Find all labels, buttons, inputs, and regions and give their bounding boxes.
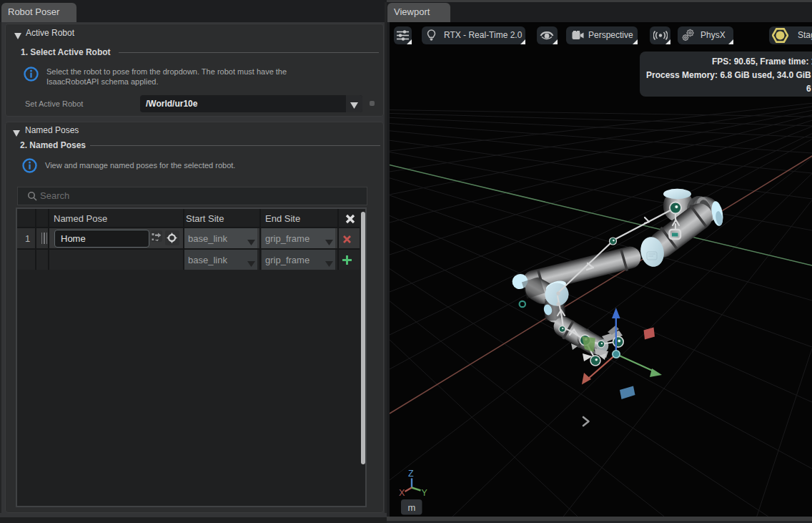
svg-text:X: X <box>399 488 405 498</box>
svg-text:m: m <box>408 502 416 513</box>
svg-text:Y: Y <box>422 488 428 498</box>
svg-text:Z: Z <box>408 469 414 479</box>
